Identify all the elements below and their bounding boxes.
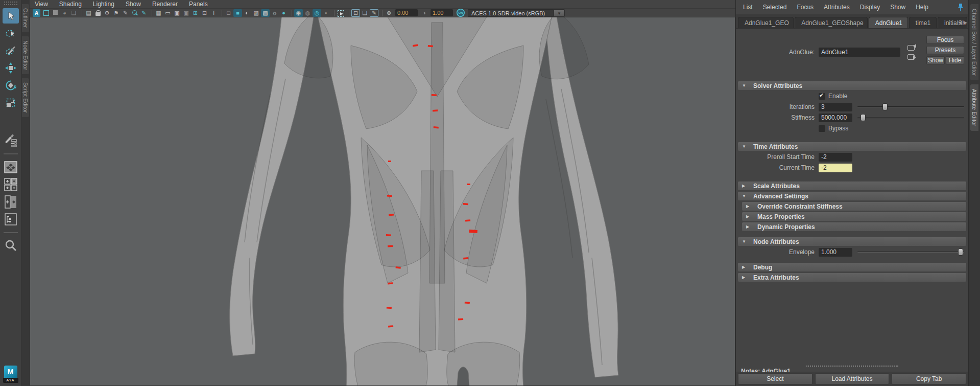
section-header-extra-attributes[interactable]: ▶ Extra Attributes: [738, 273, 966, 282]
shaded-cube-icon[interactable]: ■: [233, 9, 242, 17]
isolate-select-icon[interactable]: [337, 9, 345, 17]
camera-attributes-icon[interactable]: ⚙: [103, 9, 111, 17]
bookmark-icon[interactable]: ⚑: [112, 9, 121, 17]
stiffness-slider[interactable]: [857, 113, 964, 122]
menu-renderer[interactable]: Renderer: [152, 1, 178, 8]
menu-selected[interactable]: Selected: [763, 4, 787, 11]
menu-help[interactable]: Help: [916, 4, 928, 11]
field-chart-icon[interactable]: ⊞: [191, 9, 200, 17]
wireframe-cube-icon[interactable]: □: [224, 9, 233, 17]
envelope-input[interactable]: 1.000: [819, 248, 852, 257]
pencil-tool-icon[interactable]: ✎: [139, 9, 148, 17]
scale-tool[interactable]: [3, 95, 19, 110]
image-plane-icon[interactable]: ✎: [121, 9, 130, 17]
film-gate-icon[interactable]: ▭: [163, 9, 172, 17]
motion-blur-icon[interactable]: ◍: [303, 9, 312, 17]
paint-select-tool[interactable]: [3, 43, 19, 58]
tab-adnglue1-geoshape[interactable]: AdnGlue1_GEOShape: [795, 17, 867, 28]
section-header-dynamic-properties[interactable]: ▶ Dynamic Properties: [742, 222, 966, 231]
preroll-start-time-input[interactable]: -2: [819, 153, 852, 162]
frame-selection-icon[interactable]: [51, 9, 60, 17]
colorspace-dropdown[interactable]: ACES 1.0 SDR-video (sRGB) ▼: [468, 9, 565, 17]
gate-mask-icon[interactable]: ▣: [182, 9, 190, 17]
node-name-field[interactable]: AdnGlue1: [819, 48, 900, 57]
menu-panels[interactable]: Panels: [189, 1, 208, 8]
menu-view[interactable]: View: [35, 1, 48, 8]
checker-icon[interactable]: ▩: [261, 9, 270, 17]
menu-lighting[interactable]: Lighting: [93, 1, 114, 8]
display-mode-b-icon[interactable]: ❏: [361, 9, 369, 17]
section-header-solver-attributes[interactable]: ▼ Solver Attributes: [738, 81, 966, 90]
swap-node-icon[interactable]: [907, 44, 916, 51]
menu-focus[interactable]: Focus: [797, 4, 814, 11]
move-tool[interactable]: [3, 60, 19, 76]
iterations-slider[interactable]: [857, 103, 964, 111]
shadows-icon[interactable]: ◉: [294, 9, 303, 17]
textured-sphere-icon[interactable]: ◐: [243, 9, 251, 17]
use-lights-icon[interactable]: ☼: [270, 9, 279, 17]
sculpt-tool[interactable]: [3, 133, 19, 148]
tabs-scroll-left-icon[interactable]: ◀: [958, 20, 962, 25]
select-tool[interactable]: [3, 8, 19, 24]
display-mode-a-icon[interactable]: ⊡: [351, 9, 360, 17]
focus-button[interactable]: Focus: [926, 36, 964, 44]
depth-of-field-icon[interactable]: ▪: [322, 9, 330, 17]
gamma-field[interactable]: 1.00: [431, 9, 453, 16]
load-attributes-button[interactable]: Load Attributes: [815, 373, 890, 384]
color-management-on-badge[interactable]: ON: [457, 9, 465, 17]
presets-button[interactable]: Presets: [926, 46, 964, 54]
iterations-input[interactable]: 3: [819, 103, 852, 111]
show-button[interactable]: Show: [926, 56, 945, 64]
resolution-gate-icon[interactable]: ▣: [173, 9, 181, 17]
copy-tab-button[interactable]: Copy Tab: [892, 373, 966, 384]
bypass-checkbox[interactable]: [819, 125, 825, 132]
lasso-select-tool[interactable]: [3, 26, 19, 41]
image-stack-icon[interactable]: ❏: [69, 9, 78, 17]
menu-show-ae[interactable]: Show: [890, 4, 905, 11]
pan-zoom-icon[interactable]: [130, 9, 139, 17]
section-header-mass-properties[interactable]: ▶ Mass Properties: [742, 212, 966, 221]
menu-list[interactable]: List: [743, 4, 753, 11]
resize-grip[interactable]: [806, 366, 898, 367]
camera-select-icon[interactable]: ▤: [84, 9, 93, 17]
enable-checkbox[interactable]: ✔: [819, 93, 825, 100]
section-header-time-attributes[interactable]: ▼ Time Attributes: [738, 142, 966, 151]
viewport-canvas[interactable]: [30, 17, 735, 386]
tab-script-editor[interactable]: Script Editor: [22, 78, 29, 117]
ambient-occlusion-icon[interactable]: ◎: [313, 9, 321, 17]
tab-attribute-editor[interactable]: Attribute Editor: [970, 84, 978, 131]
grid-icon[interactable]: ▦: [154, 9, 163, 17]
tab-outliner[interactable]: Outliner: [22, 4, 29, 32]
layout-two-pane[interactable]: [3, 194, 19, 210]
layout-single-pane[interactable]: [3, 160, 19, 175]
hide-button[interactable]: Hide: [946, 56, 964, 64]
rotate-tool[interactable]: [3, 78, 19, 93]
tab-time1[interactable]: time1: [909, 17, 937, 28]
tab-adnglue1-geo[interactable]: AdnGlue1_GEO: [738, 17, 794, 28]
camera-lock-icon[interactable]: [93, 9, 102, 17]
tab-node-editor[interactable]: Node Editor: [22, 36, 29, 74]
tabs-scroll-right-icon[interactable]: ▶: [964, 20, 967, 25]
section-header-advanced-settings[interactable]: ▼ Advanced Settings: [738, 192, 966, 200]
display-mode-c-icon[interactable]: ✎: [370, 9, 378, 17]
stiffness-input[interactable]: 5000.000: [819, 113, 852, 122]
exposure-icon[interactable]: ⊛: [385, 9, 393, 17]
exposure-field[interactable]: 0.00: [395, 9, 418, 16]
current-time-input[interactable]: -2: [819, 164, 852, 172]
default-material-icon[interactable]: ●: [279, 9, 288, 17]
textured-cube-icon[interactable]: ▨: [252, 9, 260, 17]
zoom-tool[interactable]: [3, 238, 19, 254]
section-header-node-attributes[interactable]: ▼ Node Attributes: [738, 237, 966, 246]
section-header-override-constraint-stiffness[interactable]: ▶ Override Constraint Stiffness: [742, 202, 966, 211]
lighting-pie-icon[interactable]: ◕: [60, 9, 69, 17]
tab-adnglue1[interactable]: AdnGlue1: [869, 17, 908, 28]
envelope-slider[interactable]: [857, 248, 964, 256]
menu-display[interactable]: Display: [860, 4, 880, 11]
select-button[interactable]: Select: [738, 373, 812, 384]
safe-action-icon[interactable]: ⊡: [200, 9, 209, 17]
pin-icon[interactable]: [957, 3, 964, 11]
menu-show[interactable]: Show: [126, 1, 141, 8]
safe-title-icon[interactable]: T: [209, 9, 218, 17]
tab-channel-box-layer-editor[interactable]: Channel Box / Layer Editor: [970, 4, 978, 80]
toolbox-grip[interactable]: [4, 2, 17, 5]
